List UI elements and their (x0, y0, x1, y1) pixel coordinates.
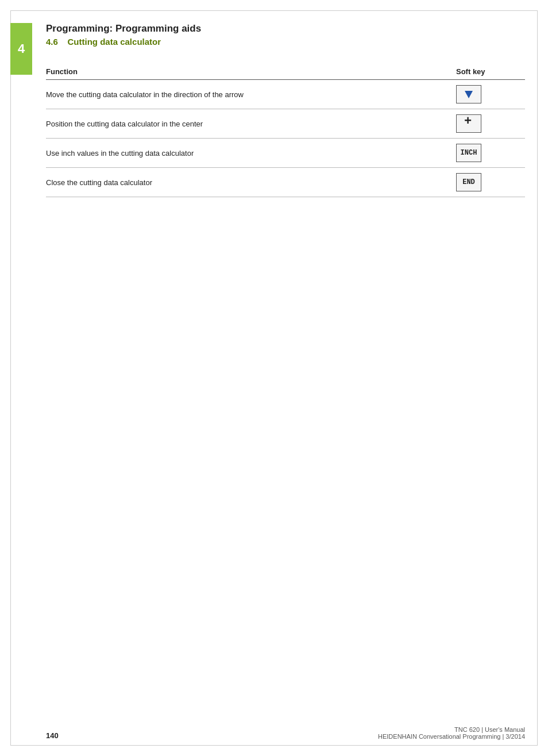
table-cell-softkey (456, 109, 525, 139)
page-border-bottom (10, 745, 538, 746)
table-cell-function: Use inch values in the cutting data calc… (46, 139, 456, 168)
section-number: 4.6 (46, 37, 58, 47)
softkey-end: END (456, 173, 481, 191)
col-softkey-header: Soft key (456, 64, 525, 80)
table-row: Use inch values in the cutting data calc… (46, 139, 525, 168)
softkey-arrow-down (456, 85, 481, 103)
main-content: Programming: Programming aids 4.6 Cuttin… (46, 23, 525, 197)
softkey-center (456, 114, 481, 133)
table-cell-function: Close the cutting data calculator (46, 168, 456, 197)
softkey-inch: INCH (456, 144, 481, 162)
section-title: Cutting data calculator (68, 37, 161, 47)
table-header-row: Function Soft key (46, 64, 525, 80)
footer-manual-info: TNC 620 | User's Manual HEIDENHAIN Conve… (378, 726, 525, 740)
table-row: Move the cutting data calculator in the … (46, 80, 525, 109)
chapter-number: 4 (18, 41, 25, 56)
table-cell-function: Move the cutting data calculator in the … (46, 80, 456, 109)
page-border-left (10, 10, 11, 746)
table-cell-softkey (456, 80, 525, 109)
footer-manual-line1: TNC 620 | User's Manual (378, 726, 525, 733)
softkey-table: Function Soft key Move the cutting data … (46, 64, 525, 197)
chapter-heading: Programming: Programming aids (46, 23, 525, 34)
page-border-right (537, 10, 538, 746)
chapter-tab: 4 (10, 23, 32, 75)
page-footer: 140 TNC 620 | User's Manual HEIDENHAIN C… (46, 726, 525, 740)
footer-page-number: 140 (46, 731, 59, 740)
table-row: Position the cutting data calculator in … (46, 109, 525, 139)
arrow-down-icon (465, 91, 473, 98)
table-cell-softkey: INCH (456, 139, 525, 168)
col-function-header: Function (46, 64, 456, 80)
table-cell-function: Position the cutting data calculator in … (46, 109, 456, 139)
footer-manual-line2: HEIDENHAIN Conversational Programming | … (378, 733, 525, 740)
table-row: Close the cutting data calculatorEND (46, 168, 525, 197)
page-border-top (10, 10, 538, 11)
center-crosshair-icon (463, 118, 474, 129)
table-cell-softkey: END (456, 168, 525, 197)
section-heading: 4.6 Cutting data calculator (46, 37, 525, 47)
